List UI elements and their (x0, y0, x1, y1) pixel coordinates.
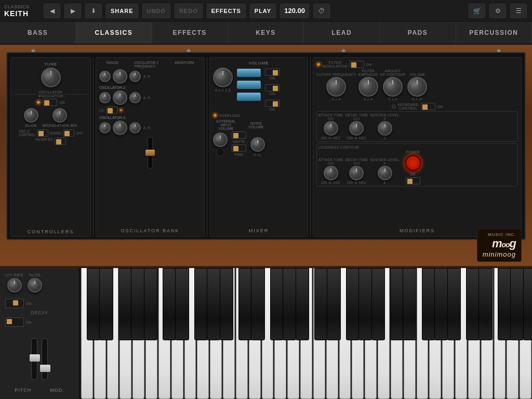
osc-mod-switch[interactable] (43, 99, 57, 106)
osc3-slider-thumb[interactable] (145, 150, 155, 156)
share-button[interactable]: SHARE (105, 3, 139, 19)
glide-knob[interactable] (24, 108, 38, 123)
black-key[interactable] (478, 268, 492, 340)
black-key[interactable] (175, 268, 189, 340)
osc1-freq-knob[interactable] (113, 69, 127, 84)
black-key[interactable] (207, 268, 220, 340)
osc2-lo-switch[interactable] (106, 107, 117, 114)
bpm-display[interactable]: 120.00 (279, 3, 310, 19)
black-key[interactable] (283, 268, 296, 340)
osc1-mix-switch[interactable] (265, 69, 280, 76)
lfo-rate-knob[interactable] (7, 278, 22, 292)
power-switch[interactable] (406, 177, 420, 184)
decay-switch[interactable] (5, 317, 24, 327)
black-key[interactable] (403, 268, 416, 340)
osc1-wave-knob[interactable] (129, 71, 141, 82)
black-key[interactable] (251, 268, 264, 340)
play-button[interactable]: PLAY (249, 3, 277, 19)
black-key[interactable] (99, 268, 113, 340)
noise-white-switch[interactable] (232, 131, 246, 139)
kb-glide-knob[interactable] (28, 278, 42, 292)
glide-switch[interactable] (5, 299, 24, 308)
black-key[interactable] (327, 268, 340, 340)
osc2-range-knob[interactable] (99, 92, 111, 103)
black-key[interactable] (163, 268, 176, 340)
osc3-label: OSCILLATOR-3 (99, 116, 201, 119)
tune-knob[interactable] (41, 68, 61, 87)
black-key[interactable] (498, 268, 511, 340)
filter-eg-switch[interactable] (55, 138, 66, 145)
noise-pink-switch[interactable] (232, 144, 246, 152)
osc3-wave-knob[interactable] (129, 122, 141, 134)
black-key[interactable] (118, 268, 132, 340)
tab-lead[interactable]: LEAD (304, 22, 380, 44)
redo-button[interactable]: REDO (174, 3, 204, 19)
black-key[interactable] (390, 268, 404, 340)
tab-classics[interactable]: CLASSICS (76, 22, 152, 44)
cutoff-knob[interactable] (326, 77, 346, 97)
output-volume-knob[interactable] (407, 77, 427, 97)
mod-mix-knob[interactable] (52, 108, 67, 123)
black-key[interactable] (422, 268, 435, 340)
emphasis-knob[interactable] (358, 77, 378, 97)
osc3-fader[interactable] (237, 92, 261, 101)
black-key[interactable] (358, 268, 372, 340)
tab-percussion[interactable]: PERCUSSION (456, 22, 532, 44)
osc1-range-knob[interactable] (99, 71, 111, 82)
black-key[interactable] (238, 268, 252, 340)
black-key[interactable] (220, 268, 233, 340)
cart-icon[interactable]: 🛒 (468, 3, 486, 19)
menu-icon[interactable]: ☰ (509, 3, 528, 19)
filter-attack-knob[interactable] (324, 121, 338, 136)
tab-effects[interactable]: EFFECTS (152, 22, 228, 44)
power-button[interactable] (405, 155, 421, 171)
clock-icon[interactable]: ⏱ (312, 3, 331, 19)
loud-sustain-knob[interactable] (378, 166, 392, 180)
osc3-switch[interactable] (37, 129, 48, 137)
noise-vol-knob[interactable] (250, 137, 265, 152)
kb-ctrl-switch[interactable] (421, 103, 435, 110)
contour-knob[interactable] (383, 77, 403, 97)
osc2-fader[interactable] (237, 81, 261, 89)
black-key[interactable] (434, 268, 448, 340)
black-key[interactable] (314, 268, 328, 340)
tab-pads[interactable]: PADS (380, 22, 456, 44)
osc2-mix-switch[interactable] (265, 84, 280, 91)
osc3-range-knob[interactable] (99, 122, 111, 134)
osc3-mix-switch[interactable] (265, 100, 280, 107)
noise-switch[interactable] (63, 129, 74, 137)
black-key[interactable] (466, 268, 480, 340)
osc2-freq-knob[interactable] (113, 90, 127, 105)
filter-mod-switch[interactable] (350, 61, 364, 68)
osc2-wave-knob[interactable] (129, 92, 141, 103)
pitch-slider-thumb[interactable] (30, 354, 40, 362)
mixer-volume-knob[interactable] (213, 68, 233, 87)
black-key[interactable] (87, 268, 100, 340)
ext-input-knob[interactable] (213, 132, 228, 147)
filter-decay-knob[interactable] (349, 121, 364, 136)
black-key[interactable] (346, 268, 360, 340)
mod-slider-thumb[interactable] (40, 365, 50, 372)
save-button[interactable]: ⬇ (84, 3, 103, 19)
tab-keys[interactable]: KEYS (228, 22, 304, 44)
filter-sustain-knob[interactable] (378, 121, 392, 136)
loud-attack-knob[interactable] (324, 166, 338, 180)
black-key[interactable] (447, 268, 461, 340)
black-key[interactable] (270, 268, 284, 340)
black-key[interactable] (144, 268, 157, 340)
black-key[interactable] (194, 268, 208, 340)
next-button[interactable]: ▶ (63, 3, 82, 19)
osc3-freq-knob[interactable] (113, 121, 127, 135)
tab-bass[interactable]: BASS (0, 22, 76, 44)
effects-button[interactable]: EFFECTS (206, 3, 247, 19)
black-key[interactable] (131, 268, 144, 340)
black-key[interactable] (510, 268, 524, 340)
loud-decay-knob[interactable] (349, 166, 364, 180)
osc1-fader[interactable] (237, 69, 261, 77)
black-key[interactable] (371, 268, 385, 340)
black-key[interactable] (523, 268, 532, 340)
undo-button[interactable]: UNDO (141, 3, 171, 19)
prev-button[interactable]: ◀ (43, 3, 61, 19)
settings-icon[interactable]: ⚙ (488, 3, 507, 19)
black-key[interactable] (296, 268, 309, 340)
